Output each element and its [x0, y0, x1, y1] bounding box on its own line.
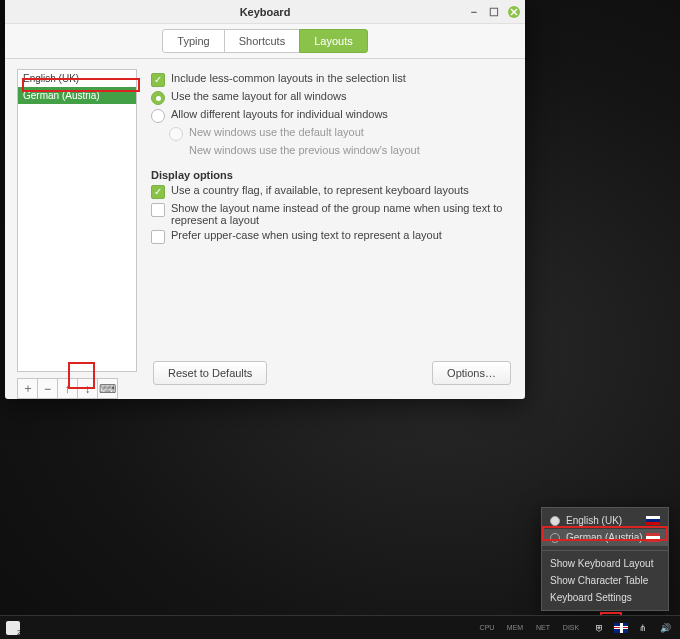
keyboard-layout-tray-icon[interactable]	[614, 621, 628, 635]
prefer-uppercase-checkbox[interactable]	[151, 230, 165, 244]
start-menu-button[interactable]	[6, 621, 20, 635]
move-down-button[interactable]: ↓	[77, 378, 98, 399]
tray-show-keyboard-layout[interactable]: Show Keyboard Layout	[542, 555, 668, 572]
tray-keyboard-settings[interactable]: Keyboard Settings	[542, 589, 668, 606]
layout-item-german-austria[interactable]: German (Austria)	[18, 87, 136, 104]
preview-layout-button[interactable]: ⌨	[97, 378, 118, 399]
tray-show-character-table[interactable]: Show Character Table	[542, 572, 668, 589]
same-layout-all-windows-label: Use the same layout for all windows	[171, 90, 346, 102]
layout-list[interactable]: English (UK) German (Austria)	[17, 69, 137, 372]
use-flag-label: Use a country flag, if available, to rep…	[171, 184, 469, 196]
new-windows-default-radio	[169, 127, 183, 141]
reset-defaults-button[interactable]: Reset to Defaults	[153, 361, 267, 385]
volume-tray-icon[interactable]: 🔊	[658, 621, 672, 635]
layout-options-panel: Include less-common layouts in the selec…	[137, 69, 513, 399]
taskbar: CPU MEM NET DISK ⛨ ⋔ 🔊	[0, 615, 680, 639]
tab-layouts[interactable]: Layouts	[299, 29, 368, 53]
layout-toolbar: ＋ − ↑ ↓ ⌨	[17, 378, 137, 399]
disk-monitor[interactable]: DISK	[558, 624, 584, 631]
new-windows-default-label: New windows use the default layout	[189, 126, 364, 138]
show-layout-name-label: Show the layout name instead of the grou…	[171, 202, 513, 226]
include-less-common-label: Include less-common layouts in the selec…	[171, 72, 406, 84]
menu-separator	[542, 550, 668, 551]
cpu-monitor[interactable]: CPU	[474, 624, 500, 631]
options-button[interactable]: Options…	[432, 361, 511, 385]
remove-layout-button[interactable]: −	[37, 378, 58, 399]
tray-layout-english-uk[interactable]: English (UK)	[542, 512, 668, 529]
display-options-heading: Display options	[151, 169, 513, 181]
radio-on-icon	[550, 516, 560, 526]
system-monitors[interactable]: CPU MEM NET DISK	[474, 624, 584, 631]
tray-layout-german-austria[interactable]: German (Austria)	[542, 529, 668, 546]
keyboard-tray-menu: English (UK) German (Austria) Show Keybo…	[541, 507, 669, 611]
add-layout-button[interactable]: ＋	[17, 378, 38, 399]
flag-at-icon	[646, 533, 660, 542]
keyboard-settings-window: Keyboard − ☐ Typing Shortcuts Layouts En…	[5, 0, 525, 399]
window-maximize-button[interactable]: ☐	[485, 4, 503, 20]
network-tray-icon[interactable]: ⋔	[636, 621, 650, 635]
tab-shortcuts[interactable]: Shortcuts	[224, 29, 300, 53]
layout-item-english-uk[interactable]: English (UK)	[18, 70, 136, 87]
window-title: Keyboard	[240, 6, 291, 18]
net-monitor[interactable]: NET	[530, 624, 556, 631]
diff-per-window-label: Allow different layouts for individual w…	[171, 108, 388, 120]
radio-off-icon	[550, 533, 560, 543]
window-titlebar[interactable]: Keyboard − ☐	[5, 0, 525, 24]
window-minimize-button[interactable]: −	[465, 4, 483, 20]
prefer-uppercase-label: Prefer upper-case when using text to rep…	[171, 229, 442, 241]
show-layout-name-checkbox[interactable]	[151, 203, 165, 217]
tab-bar: Typing Shortcuts Layouts	[5, 24, 525, 59]
move-up-button[interactable]: ↑	[57, 378, 78, 399]
window-close-button[interactable]	[505, 4, 523, 20]
tab-typing[interactable]: Typing	[162, 29, 224, 53]
shield-tray-icon[interactable]: ⛨	[592, 621, 606, 635]
layout-panel: English (UK) German (Austria) ＋ − ↑ ↓ ⌨	[17, 69, 137, 399]
diff-per-window-radio[interactable]	[151, 109, 165, 123]
flag-uk-icon	[646, 516, 660, 525]
new-windows-previous-label: New windows use the previous window's la…	[189, 144, 420, 156]
same-layout-all-windows-radio[interactable]	[151, 91, 165, 105]
include-less-common-checkbox[interactable]	[151, 73, 165, 87]
mem-monitor[interactable]: MEM	[502, 624, 528, 631]
use-flag-checkbox[interactable]	[151, 185, 165, 199]
